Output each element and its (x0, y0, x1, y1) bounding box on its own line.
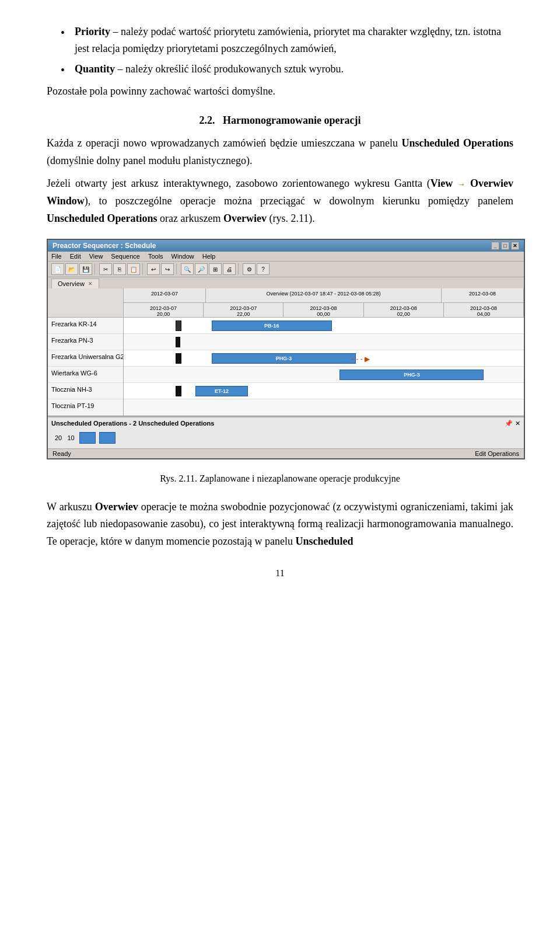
tab-close-icon[interactable]: ✕ (88, 281, 93, 287)
titlebar-buttons: _ □ ✕ (491, 242, 519, 250)
tb-sep4 (238, 263, 240, 275)
unscheduled-title: Unscheduled Operations - 2 Unscheduled O… (51, 420, 214, 427)
resource-tlocznia-nh3: Tłocznia NH-3 (48, 383, 123, 399)
minimize-btn[interactable]: _ (491, 242, 499, 250)
section-title: Harmonogramowanie operacji (223, 114, 360, 126)
priority-text: – należy podać wartość priorytetu zamówi… (75, 26, 501, 54)
bullet-list: Priority – należy podać wartość prioryte… (47, 23, 513, 77)
tb-redo[interactable]: ↪ (161, 263, 174, 275)
status-bar: Ready Edit Operations (48, 448, 524, 458)
gantt-row-2: PHG-3 - - - ▶ (124, 350, 524, 367)
tb-settings[interactable]: ⚙ (243, 263, 256, 275)
tb-paste[interactable]: 📋 (127, 263, 140, 275)
gantt-row-3: PHG-3 (124, 367, 524, 383)
panel-close-icon[interactable]: ✕ (515, 420, 520, 427)
unscheduled-panel-controls: 📌 ✕ (505, 420, 520, 427)
tb-undo[interactable]: ↩ (147, 263, 160, 275)
close-btn[interactable]: ✕ (511, 242, 519, 250)
status-text: Ready (52, 450, 71, 457)
menu-sequence[interactable]: Sequence (111, 253, 140, 260)
tb-sep2 (142, 263, 145, 275)
tab-label: Overview (58, 280, 85, 287)
unscheduled-bold3: Unscheduled (296, 535, 354, 547)
resource-header (48, 288, 123, 318)
gantt-row-4: ET-12 (124, 383, 524, 399)
resource-frezarka-pn3: Frezarka PN-3 (48, 334, 123, 350)
section-number: 2.2. (200, 114, 215, 126)
gantt-screenshot: Preactor Sequencer : Schedule _ □ ✕ File… (47, 239, 525, 459)
bar-black-pn3 (176, 337, 180, 347)
gantt-timeline: 2012-03-07 Overview (2012-03-07 18:47 - … (124, 288, 524, 416)
gantt-row-5 (124, 399, 524, 416)
tb-help[interactable]: ? (257, 263, 270, 275)
header-date2: 2012-03-08 (442, 288, 524, 302)
tb-new[interactable]: 📄 (51, 263, 64, 275)
gantt-menubar: File Edit View Sequence Tools Window Hel… (48, 252, 524, 262)
section-intro-text: Każda z operacji nowo wprowadzanych zamó… (47, 137, 402, 149)
arrow-icon: → (457, 180, 466, 189)
tb-open[interactable]: 📂 (65, 263, 78, 275)
header-row2: 2012-03-0720,00 2012-03-0722,00 2012-03-… (124, 303, 524, 318)
section-intro-para: Każda z operacji nowo wprowadzanych zamó… (47, 135, 513, 169)
menu-window[interactable]: Window (172, 253, 194, 260)
bar-black-kr14 (176, 321, 181, 331)
panel-pin-icon[interactable]: 📌 (505, 420, 513, 427)
gantt-title: Preactor Sequencer : Schedule (52, 242, 156, 250)
tb-zoom-in[interactable]: 🔍 (181, 263, 194, 275)
tb-sep3 (176, 263, 178, 275)
section-intro2-text: (domyślnie dolny panel modułu planistycz… (47, 155, 252, 166)
unscheduled-numbers: 20 10 (55, 434, 75, 441)
tb-cut[interactable]: ✂ (99, 263, 112, 275)
tb-sep1 (94, 263, 97, 275)
gantt-chart-area: Frezarka KR-14 Frezarka PN-3 Frezarka Un… (48, 288, 524, 416)
unscheduled-ops-label: Unscheduled Operations (402, 137, 514, 149)
gantt-row-0: PB-16 (124, 318, 524, 334)
bar-phg3-g2: PHG-3 (212, 353, 356, 364)
overwiev-bold3: Overwiev (95, 501, 138, 513)
overview-tab[interactable]: Overview ✕ (51, 278, 99, 288)
bar-pb16: PB-16 (212, 321, 332, 331)
resource-wiertarka: Wiertarka WG-6 (48, 367, 123, 383)
menu-tools[interactable]: Tools (148, 253, 163, 260)
list-item-quantity: Quantity – należy określić ilość produko… (58, 61, 513, 78)
unscheduled-btn-blue1[interactable] (79, 432, 96, 444)
quantity-label: Quantity (75, 63, 115, 75)
unscheduled-controls: 20 10 (51, 430, 520, 446)
bar-black-nh3 (176, 386, 181, 396)
menu-edit[interactable]: Edit (70, 253, 81, 260)
tb-fit[interactable]: ⊞ (209, 263, 222, 275)
gantt-rows: PB-16 PHG-3 - - - ▶ PHG-3 (124, 318, 524, 416)
gantt-main: Frezarka KR-14 Frezarka PN-3 Frezarka Un… (48, 288, 524, 458)
header-time-0200: 2012-03-0802,00 (364, 303, 444, 318)
unscheduled-panel: Unscheduled Operations - 2 Unscheduled O… (48, 416, 524, 448)
unscheduled-ops-bold2: Unscheduled Operations (47, 213, 158, 224)
quantity-text: – należy określić ilość produkowanych sz… (115, 63, 344, 75)
header-time-0000: 2012-03-0800,00 (284, 303, 363, 318)
resource-column: Frezarka KR-14 Frezarka PN-3 Frezarka Un… (48, 288, 124, 416)
menu-help[interactable]: Help (202, 253, 216, 260)
priority-label: Priority (75, 26, 110, 37)
gantt-tab-bar: Overview ✕ (48, 277, 524, 288)
post-fig-para: W arkuszu Overwiev operacje te można swo… (47, 499, 513, 551)
section-heading: 2.2. Harmonogramowanie operacji (47, 112, 513, 129)
resource-tlocznia-pt19: Tłocznia PT-19 (48, 399, 123, 416)
gantt-titlebar: Preactor Sequencer : Schedule _ □ ✕ (48, 240, 524, 252)
tb-save[interactable]: 💾 (79, 263, 92, 275)
fig-caption: Rys. 2.11. Zaplanowane i niezaplanowane … (47, 471, 513, 486)
maximize-btn[interactable]: □ (501, 242, 509, 250)
tb-zoom-out[interactable]: 🔎 (195, 263, 208, 275)
timeline-header: 2012-03-07 Overview (2012-03-07 18:47 - … (124, 288, 524, 318)
overwiev-bold2: Overwiev (223, 213, 267, 224)
gantt-row-1 (124, 334, 524, 350)
menu-file[interactable]: File (51, 253, 62, 260)
view-bold: View (430, 177, 453, 189)
resource-frezarka-univ: Frezarka Uniwersalna G2 (48, 350, 123, 367)
unscheduled-btn-blue2[interactable] (99, 432, 116, 444)
tb-copy[interactable]: ⎘ (113, 263, 126, 275)
para1-end: ), to poszczególne operacje można przeci… (85, 195, 513, 207)
tb-print[interactable]: 🖨 (223, 263, 236, 275)
para1-start: Jeżeli otwarty jest arkusz interaktywneg… (47, 177, 430, 189)
header-date1: 2012-03-07 (124, 288, 206, 302)
menu-view[interactable]: View (89, 253, 103, 260)
bar-phg3-wg6: PHG-3 (340, 370, 484, 380)
